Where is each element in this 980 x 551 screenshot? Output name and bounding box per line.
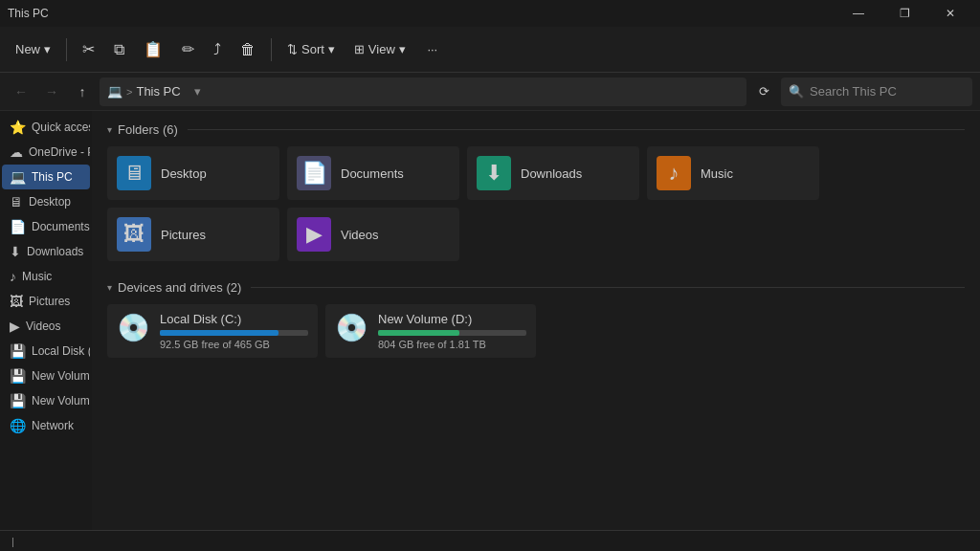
drives-section-header: ▾ Devices and drives (2) <box>107 280 965 295</box>
status-text: | <box>11 536 14 547</box>
sidebar-item-downloads[interactable]: ⬇Downloads <box>2 239 90 264</box>
sidebar-icon-videos: ▶ <box>10 319 20 334</box>
sidebar-label-this-pc: This PC <box>32 170 73 184</box>
paste-icon: 📋 <box>144 40 163 58</box>
new-button[interactable]: New ▾ <box>8 36 58 62</box>
drives-section-label: Devices and drives (2) <box>118 280 241 295</box>
sidebar-item-pictures[interactable]: 🖼Pictures <box>2 289 90 314</box>
folder-name-music: Music <box>701 166 733 181</box>
drive-info-new-volume-d: New Volume (D:) 804 GB free of 1.81 TB <box>378 312 526 350</box>
drives-row: 💿 Local Disk (C:) 92.5 GB free of 465 GB… <box>107 304 965 365</box>
delete-icon: 🗑 <box>240 41 256 58</box>
address-path[interactable]: 💻 > This PC ▾ <box>100 77 746 106</box>
sidebar-item-new-volume-d2[interactable]: 💾New Volume (D:) <box>2 388 90 413</box>
sidebar-label-new-volume-d: New Volume (D:) <box>32 369 90 383</box>
sort-icon: ⇅ <box>287 42 298 56</box>
up-button[interactable]: ↑ <box>69 78 96 105</box>
sidebar-item-onedrive[interactable]: ☁OneDrive - Personal <box>2 140 90 165</box>
share-button[interactable]: ⤴ <box>206 35 229 64</box>
sidebar-label-network: Network <box>32 419 74 432</box>
refresh-button[interactable]: ⟳ <box>750 78 777 105</box>
back-button[interactable]: ← <box>8 78 34 105</box>
main-content: ⭐Quick access☁OneDrive - Personal💻This P… <box>0 111 980 530</box>
sidebar-item-videos[interactable]: ▶Videos <box>2 314 90 339</box>
folder-item-downloads[interactable]: ⬇ Downloads <box>467 146 639 200</box>
close-button[interactable]: ✕ <box>928 0 972 27</box>
folder-item-videos[interactable]: ▶ Videos <box>287 208 459 261</box>
sidebar-label-pictures: Pictures <box>29 295 70 308</box>
sidebar-item-quick-access[interactable]: ⭐Quick access <box>2 115 90 140</box>
sidebar-icon-onedrive: ☁ <box>10 144 23 160</box>
more-button[interactable]: ··· <box>417 34 448 65</box>
sidebar-item-documents[interactable]: 📄Documents <box>2 214 90 239</box>
folder-name-downloads: Downloads <box>521 166 582 181</box>
sidebar-item-local-disk[interactable]: 💾Local Disk (C:) <box>2 339 90 364</box>
view-icon: ⊞ <box>354 42 365 56</box>
window-controls: — ❐ ✕ <box>836 0 972 27</box>
paste-button[interactable]: 📋 <box>136 34 170 64</box>
rename-button[interactable]: ✏ <box>174 34 202 64</box>
sidebar-label-quick-access: Quick access <box>32 121 90 134</box>
sidebar-label-music: Music <box>22 270 52 283</box>
sort-label: Sort <box>301 42 324 56</box>
copy-icon: ⧉ <box>114 41 124 58</box>
sidebar-icon-pictures: 🖼 <box>10 294 23 309</box>
drives-chevron-icon: ▾ <box>107 282 112 293</box>
search-box[interactable]: 🔍 Search This PC <box>781 77 972 106</box>
drive-bar-bg-new-volume-d <box>378 330 526 336</box>
sidebar-item-new-volume-d[interactable]: 💾New Volume (D:) <box>2 364 90 388</box>
sidebar-icon-music: ♪ <box>10 269 16 284</box>
sidebar-label-onedrive: OneDrive - Personal <box>29 145 90 159</box>
view-label: View <box>368 42 395 56</box>
title-bar: This PC — ❐ ✕ <box>0 0 980 27</box>
sidebar-icon-new-volume-d: 💾 <box>10 368 26 384</box>
drive-icon-local-disk-c: 💿 <box>117 312 150 343</box>
sidebar-item-desktop[interactable]: 🖥Desktop <box>2 189 90 214</box>
sidebar-icon-downloads: ⬇ <box>10 244 21 259</box>
drive-info-local-disk-c: Local Disk (C:) 92.5 GB free of 465 GB <box>160 312 308 350</box>
sidebar-item-this-pc[interactable]: 💻This PC <box>2 165 90 189</box>
delete-button[interactable]: 🗑 <box>233 35 263 64</box>
folders-divider <box>188 129 965 130</box>
sidebar-item-music[interactable]: ♪Music <box>2 264 90 289</box>
new-label: New <box>15 42 40 56</box>
path-chevron-icon: > <box>126 86 132 98</box>
sidebar-label-new-volume-d2: New Volume (D:) <box>32 394 90 408</box>
drive-free-local-disk-c: 92.5 GB free of 465 GB <box>160 339 308 350</box>
address-bar: ← → ↑ 💻 > This PC ▾ ⟳ 🔍 Search This PC <box>0 73 980 111</box>
view-button[interactable]: ⊞ View ▾ <box>346 36 413 62</box>
folder-item-documents[interactable]: 📄 Documents <box>287 146 459 200</box>
drive-bar-fill-new-volume-d <box>378 330 459 336</box>
toolbar-separator-2 <box>271 38 272 61</box>
path-pc-icon: 💻 <box>107 84 122 99</box>
folder-icon-pictures: 🖼 <box>117 217 151 252</box>
copy-button[interactable]: ⧉ <box>106 35 132 64</box>
drive-item-local-disk-c[interactable]: 💿 Local Disk (C:) 92.5 GB free of 465 GB <box>107 304 318 358</box>
folders-chevron-icon: ▾ <box>107 124 112 135</box>
folder-item-music[interactable]: ♪ Music <box>647 146 819 200</box>
sidebar-item-network[interactable]: 🌐Network <box>2 413 90 438</box>
folder-name-desktop: Desktop <box>161 166 207 181</box>
folder-item-pictures[interactable]: 🖼 Pictures <box>107 208 279 261</box>
folders-section-header: ▾ Folders (6) <box>107 122 965 137</box>
new-chevron-icon: ▾ <box>44 42 51 56</box>
forward-button[interactable]: → <box>38 78 65 105</box>
share-icon: ⤴ <box>213 41 221 58</box>
sidebar-label-desktop: Desktop <box>29 195 71 209</box>
sidebar-icon-quick-access: ⭐ <box>10 120 26 135</box>
sidebar-label-downloads: Downloads <box>27 245 83 258</box>
folders-grid: 🖥 Desktop 📄 Documents ⬇ Downloads ♪ Musi… <box>107 146 965 261</box>
restore-button[interactable]: ❐ <box>882 0 926 27</box>
drive-item-new-volume-d[interactable]: 💿 New Volume (D:) 804 GB free of 1.81 TB <box>325 304 536 358</box>
drive-name-local-disk-c: Local Disk (C:) <box>160 312 308 326</box>
cut-icon: ✂ <box>82 40 95 58</box>
folder-name-documents: Documents <box>341 166 404 181</box>
drive-icon-new-volume-d: 💿 <box>335 312 368 343</box>
sort-chevron-icon: ▾ <box>328 42 335 56</box>
minimize-button[interactable]: — <box>836 0 880 27</box>
cut-button[interactable]: ✂ <box>75 34 102 64</box>
sort-button[interactable]: ⇅ Sort ▾ <box>279 36 343 62</box>
folder-item-desktop[interactable]: 🖥 Desktop <box>107 146 279 200</box>
path-dropdown-icon[interactable]: ▾ <box>185 77 212 106</box>
folder-icon-videos: ▶ <box>297 217 331 252</box>
